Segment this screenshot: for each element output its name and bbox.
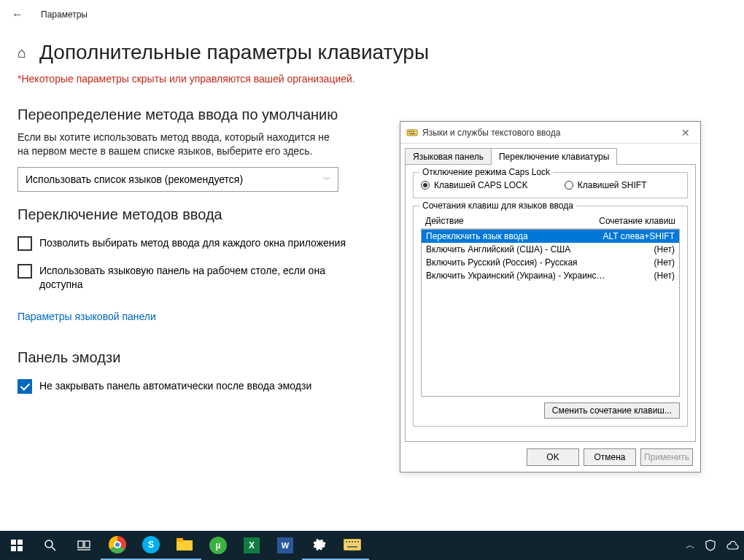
checkbox-lang-bar[interactable]: Использовать языковую панель на рабочем … <box>18 264 360 292</box>
checkbox-emoji-autoclose[interactable]: Не закрывать панель автоматически после … <box>18 379 360 394</box>
apply-button[interactable]: Применить <box>640 448 693 466</box>
task-view-icon[interactable] <box>67 531 101 560</box>
chrome-icon[interactable] <box>101 531 134 560</box>
keyboard-icon <box>406 127 418 139</box>
svg-rect-20 <box>354 541 356 542</box>
utorrent-icon[interactable]: µ <box>201 531 235 560</box>
dialog-body: Отключение режима Caps Lock Клавишей CAP… <box>405 164 696 442</box>
svg-rect-2 <box>411 131 412 132</box>
hotkeys-list[interactable]: Переключить язык вводаALT слева+SHIFT Вк… <box>421 229 680 397</box>
svg-rect-18 <box>349 541 350 542</box>
settings-icon[interactable] <box>302 531 336 560</box>
svg-rect-0 <box>407 130 417 136</box>
tray-chevron-icon[interactable]: ︿ <box>681 531 700 560</box>
cancel-button[interactable]: Отмена <box>584 448 636 466</box>
skype-icon[interactable]: S <box>134 531 168 560</box>
svg-rect-4 <box>409 133 415 134</box>
checkbox-label: Использовать языковую панель на рабочем … <box>39 264 360 292</box>
group-title: Сочетания клавиш для языков ввода <box>419 201 576 211</box>
org-warning: *Некоторые параметры скрыты или управляю… <box>0 73 744 98</box>
input-method-dropdown[interactable]: Использовать список языков (рекомендуетс… <box>18 167 338 192</box>
svg-rect-16 <box>344 539 361 551</box>
chevron-down-icon: ﹀ <box>323 174 330 184</box>
col-action: Действие <box>425 216 464 226</box>
onscreen-keyboard-icon[interactable] <box>336 531 369 560</box>
svg-rect-14 <box>177 540 193 551</box>
table-header: Действие Сочетание клавиш <box>421 214 680 229</box>
checkbox-icon[interactable] <box>18 264 32 279</box>
table-row[interactable]: Включить Английский (США) - США(Нет) <box>422 243 679 256</box>
dialog-titlebar[interactable]: Языки и службы текстового ввода ✕ <box>400 122 700 144</box>
table-row[interactable]: Включить Украинский (Украина) - Украинск… <box>422 269 679 282</box>
table-row[interactable]: Переключить язык вводаALT слева+SHIFT <box>422 230 679 243</box>
checkbox-label: Не закрывать панель автоматически после … <box>39 379 311 393</box>
tab-lang-panel[interactable]: Языковая панель <box>405 148 492 165</box>
svg-rect-19 <box>352 541 353 542</box>
text-services-dialog: Языки и службы текстового ввода ✕ Языков… <box>400 121 701 472</box>
radio-label: Клавишей SHIFT <box>578 180 647 190</box>
svg-rect-5 <box>11 540 16 545</box>
svg-rect-12 <box>85 541 90 548</box>
svg-rect-21 <box>357 541 359 542</box>
col-keys: Сочетание клавиш <box>599 216 675 226</box>
back-button[interactable]: ← <box>12 8 23 21</box>
window-topbar: ← Параметры <box>0 0 744 29</box>
svg-rect-22 <box>347 546 357 548</box>
window-title: Параметры <box>41 9 88 20</box>
search-icon[interactable] <box>34 531 67 560</box>
tab-keyboard-switch[interactable]: Переключение клавиатуры <box>491 148 617 165</box>
svg-rect-17 <box>346 541 347 542</box>
hotkeys-group: Сочетания клавиш для языков ввода Действ… <box>413 206 688 427</box>
tray-cloud-icon[interactable] <box>721 531 744 560</box>
radio-icon <box>565 181 573 190</box>
capslock-group: Отключение режима Caps Lock Клавишей CAP… <box>413 172 688 198</box>
svg-rect-8 <box>18 546 23 551</box>
dialog-buttons: OK Отмена Применить <box>400 443 700 472</box>
checkbox-label: Позволить выбирать метод ввода для каждо… <box>39 236 346 250</box>
group-title: Отключение режима Caps Lock <box>419 167 553 177</box>
svg-rect-15 <box>177 538 183 542</box>
table-row[interactable]: Включить Русский (Россия) - Русская(Нет) <box>422 256 679 269</box>
radio-shift[interactable]: Клавишей SHIFT <box>565 180 647 190</box>
svg-rect-6 <box>18 540 23 545</box>
radio-capslock[interactable]: Клавишей CAPS LOCK <box>421 180 528 190</box>
excel-icon[interactable]: X <box>235 531 268 560</box>
tray-defender-icon[interactable] <box>700 531 721 560</box>
svg-rect-1 <box>408 131 410 132</box>
word-icon[interactable]: W <box>268 531 302 560</box>
close-icon[interactable]: ✕ <box>677 125 694 140</box>
checkbox-icon[interactable] <box>18 236 32 251</box>
svg-line-10 <box>52 547 55 551</box>
radio-icon <box>421 181 430 190</box>
ok-button[interactable]: OK <box>527 448 579 466</box>
file-explorer-icon[interactable] <box>168 531 201 560</box>
system-tray[interactable]: ︿ <box>681 531 744 560</box>
page-header: ⌂ Дополнительные параметры клавиатуры <box>0 29 744 73</box>
change-hotkey-button[interactable]: Сменить сочетание клавиш... <box>544 402 680 419</box>
taskbar[interactable]: S µ X W ︿ <box>0 531 744 560</box>
override-description: Если вы хотите использовать метод ввода,… <box>18 131 338 158</box>
svg-rect-3 <box>413 131 414 132</box>
svg-rect-11 <box>78 541 83 548</box>
radio-label: Клавишей CAPS LOCK <box>434 180 528 190</box>
checkbox-per-window[interactable]: Позволить выбирать метод ввода для каждо… <box>18 236 360 251</box>
svg-point-9 <box>45 540 53 548</box>
dialog-title: Языки и службы текстового ввода <box>422 128 677 138</box>
dialog-tabs: Языковая панель Переключение клавиатуры <box>400 144 700 165</box>
page-title: Дополнительные параметры клавиатуры <box>39 41 429 64</box>
dropdown-value: Использовать список языков (рекомендуетс… <box>26 174 243 185</box>
svg-rect-7 <box>11 546 16 551</box>
start-button[interactable] <box>0 531 34 560</box>
home-icon[interactable]: ⌂ <box>18 44 26 61</box>
checkbox-icon[interactable] <box>18 379 32 394</box>
lang-bar-link[interactable]: Параметры языковой панели <box>18 311 156 322</box>
